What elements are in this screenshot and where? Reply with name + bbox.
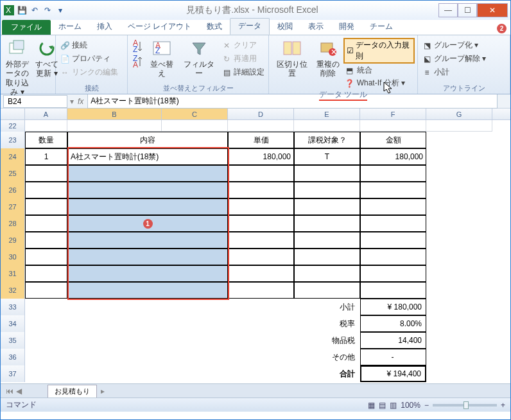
whatif-button[interactable]: ❓What-If 分析 ▾ [343,77,415,89]
subtotal-button[interactable]: ≡小計 [420,66,507,78]
tab-scroll-icon[interactable]: ▸ [101,387,105,396]
tab-nav-first-icon[interactable]: ⏮ [6,387,13,396]
consolidate-button[interactable]: ⬒統合 [343,64,415,76]
group-datatools-label: データ ツール [319,90,367,101]
fx-icon[interactable]: fx [74,97,87,106]
tab-dev[interactable]: 開発 [331,19,362,35]
reapply-button[interactable]: ↻再適用 [220,53,266,65]
cell-qty[interactable]: 1 [25,148,67,165]
zoom-in-icon[interactable]: + [501,401,505,410]
tab-review[interactable]: 校閲 [270,19,300,35]
row-22[interactable]: 22 [1,120,25,132]
sheet-tab[interactable]: お見積もり [48,385,97,398]
clear-filter-button[interactable]: ✕クリア [220,39,266,51]
view-break-icon[interactable]: ▥ [390,401,397,410]
close-button[interactable]: ✕ [477,3,508,17]
tab-team[interactable]: チーム [362,19,401,35]
sort-za-icon[interactable]: ZA [132,55,143,70]
cell[interactable] [25,120,67,132]
col-G[interactable]: G [426,109,492,119]
sort-az-icon[interactable]: AZ [132,39,143,55]
zoom-out-icon[interactable]: − [424,401,429,410]
tab-home[interactable]: ホーム [51,19,89,35]
external-data-button[interactable]: 外部データの 取り込み ▾ [3,37,31,98]
row-34[interactable]: 34 [1,315,25,332]
row-30[interactable]: 30 [1,249,25,265]
hdr-tax[interactable]: 課税対象？ [294,132,360,148]
data-validation-button[interactable]: ☑データの入力規則 [343,38,415,64]
tab-layout[interactable]: ページ レイアウト [120,19,199,35]
minimize-button[interactable]: — [438,3,458,17]
tab-nav-prev-icon[interactable]: ◀ [16,387,22,396]
other-value[interactable]: - [360,349,426,365]
connections-button[interactable]: 🔗接続 [58,39,125,51]
row-33[interactable]: 33 [1,299,25,315]
cell-content[interactable]: A社スマート置時計(18禁) [67,148,228,165]
tab-view[interactable]: 表示 [300,19,331,35]
cell-tax[interactable]: T [294,148,360,165]
view-normal-icon[interactable]: ▦ [368,401,375,410]
subtotal-value[interactable]: ¥ 180,000 [360,299,426,315]
select-all[interactable] [1,109,25,119]
group-outline-label: アウトライン [420,83,507,94]
col-A[interactable]: A [25,109,67,119]
row-31[interactable]: 31 [1,265,25,282]
maximize-button[interactable]: ☐ [458,3,477,17]
row-32[interactable]: 32 [1,282,25,299]
svg-text:✕: ✕ [331,48,337,57]
total-label[interactable]: 合計 [294,365,360,382]
zoom-slider[interactable] [433,404,497,407]
rate-value[interactable]: 8.00% [360,315,426,332]
filter-button[interactable]: フィルター [180,37,219,80]
qat-more-icon[interactable]: ▾ [55,4,66,16]
tab-data[interactable]: データ [230,18,270,35]
row-23[interactable]: 23 [1,132,25,148]
rate-label[interactable]: 税率 [294,315,360,332]
tab-file[interactable]: ファイル [2,20,51,35]
col-E[interactable]: E [294,109,360,119]
total-value[interactable]: ¥ 194,400 [360,365,426,382]
row-28[interactable]: 28 [1,215,25,232]
row-26[interactable]: 26 [1,182,25,198]
redo-icon[interactable]: ↷ [42,4,53,16]
text-to-columns-button[interactable]: 区切り位置 [272,37,313,80]
row-29[interactable]: 29 [1,232,25,249]
tax-value[interactable]: 14,400 [360,332,426,349]
zoom-level[interactable]: 100% [401,401,420,410]
row-24[interactable]: 24 [1,148,25,165]
col-C[interactable]: C [162,109,228,119]
save-icon[interactable]: 💾 [16,4,28,16]
hdr-qty[interactable]: 数量 [25,132,67,148]
tax-label[interactable]: 物品税 [294,332,360,349]
col-F[interactable]: F [360,109,426,119]
hdr-amount[interactable]: 金額 [360,132,426,148]
group-sort-label: 並べ替えとフィルター [130,83,266,94]
group-button[interactable]: ⬔グループ化 ▾ [420,39,507,51]
cell-amount[interactable]: 180,000 [360,148,426,165]
advanced-filter-button[interactable]: ▤詳細設定 [220,66,266,78]
hdr-unit[interactable]: 単価 [228,132,294,148]
excel-icon: X [3,4,15,16]
undo-icon[interactable]: ↶ [29,4,40,16]
ungroup-button[interactable]: ⬕グループ解除 ▾ [420,53,507,65]
row-37[interactable]: 37 [1,365,25,382]
other-label[interactable]: その他 [294,349,360,365]
sort-button[interactable]: AZ 並べ替え [146,37,178,80]
tab-insert[interactable]: 挿入 [89,19,120,35]
hdr-content[interactable]: 内容 [67,132,228,148]
row-35[interactable]: 35 [1,332,25,349]
subtotal-label[interactable]: 小計 [294,299,360,315]
remove-dup-button[interactable]: ✕ 重複の 削除 [314,37,342,80]
view-layout-icon[interactable]: ▤ [379,401,386,410]
row-27[interactable]: 27 [1,198,25,215]
row-36[interactable]: 36 [1,349,25,365]
row-25[interactable]: 25 [1,165,25,182]
edit-links-button[interactable]: ↔リンクの編集 [58,66,125,78]
tab-formula[interactable]: 数式 [199,19,230,35]
properties-button[interactable]: 📄プロパティ [58,53,125,65]
svg-rect-13 [293,42,300,55]
col-B[interactable]: B [67,109,162,119]
svg-rect-3 [13,40,24,49]
cell-unit[interactable]: 180,000 [228,148,294,165]
col-D[interactable]: D [228,109,294,119]
